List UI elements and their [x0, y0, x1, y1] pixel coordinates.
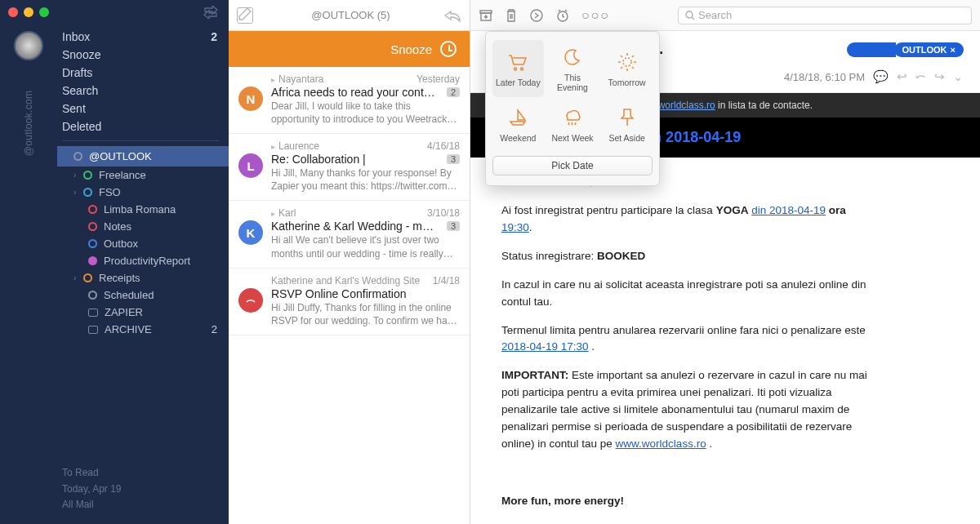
account-pill[interactable]: OUTLOOK×: [894, 42, 964, 57]
tag-dot-icon: [88, 256, 97, 265]
speech-icon[interactable]: 💬: [873, 69, 889, 84]
reply-icon[interactable]: ↩: [897, 69, 907, 84]
avatar[interactable]: [14, 31, 43, 60]
chevron-down-icon[interactable]: ⌄: [953, 69, 964, 84]
sender-avatar: K: [238, 220, 263, 245]
archive-icon[interactable]: [479, 8, 493, 23]
folder-search[interactable]: Search: [57, 82, 229, 100]
sidebar-separator: [62, 140, 219, 141]
sender-avatar: L: [238, 153, 263, 178]
close-icon[interactable]: ×: [951, 45, 956, 55]
sidebar-footer: To Read Today, Apr 19 All Mail: [0, 457, 229, 524]
mailbox-outlook[interactable]: @OUTLOOK: [57, 146, 229, 167]
folder-sent[interactable]: Sent: [57, 100, 229, 118]
thread-count-badge: 2: [447, 87, 460, 97]
time-link[interactable]: 19:30: [501, 221, 529, 233]
snooze-tomorrow[interactable]: Tomorrow: [601, 40, 653, 97]
site-link[interactable]: www.worldclass.ro: [616, 437, 706, 450]
message-row[interactable]: N ▸ Nayantara Yesterday Africa needs to …: [229, 67, 470, 134]
email-date: 4/18/18, 6:10 PM: [784, 71, 865, 83]
svg-line-14: [632, 56, 634, 57]
reply-icon[interactable]: [443, 9, 461, 22]
message-row[interactable]: K ▸ Karl 3/10/18 Katherine & Karl Weddin…: [229, 201, 470, 268]
folder-snooze[interactable]: Snooze: [57, 46, 229, 64]
deadline-link[interactable]: 2018-04-19 17:30: [501, 340, 589, 353]
footer-date: Today, Apr 19: [62, 482, 229, 497]
email-content: Buna JILL DUFFY, Ai fost inregistrat pen…: [470, 158, 895, 524]
search-icon: [685, 11, 695, 20]
snooze-icon[interactable]: [555, 8, 570, 23]
sync-icon[interactable]: [203, 6, 219, 19]
mailbox-productivityreport[interactable]: ProductivityReport: [57, 252, 229, 269]
chevron-right-icon: ›: [74, 273, 83, 282]
folder-inbox[interactable]: Inbox 2: [57, 28, 229, 46]
svg-point-5: [686, 11, 693, 18]
footer-allmail[interactable]: All Mail: [62, 497, 229, 513]
more-icon[interactable]: ○○○: [581, 8, 610, 23]
snooze-weekend[interactable]: Weekend: [492, 100, 544, 148]
tag-dot-icon: [83, 171, 92, 180]
snooze-later-today[interactable]: Later Today: [492, 40, 544, 97]
sidebar: @outlook.com Inbox 2 Snooze Drafts Searc…: [0, 0, 229, 524]
mailbox-limba[interactable]: Limba Romana: [57, 201, 229, 218]
account-email-vertical: @outlook.com: [23, 91, 34, 156]
svg-point-7: [623, 58, 631, 66]
message-row[interactable]: Katherine and Karl's Wedding Site 1/4/18…: [229, 269, 470, 335]
folder-drafts[interactable]: Drafts: [57, 64, 229, 82]
svg-line-12: [621, 56, 622, 57]
message-row[interactable]: L ▸ Laurence 4/16/18 Re: Collaboration |…: [229, 134, 470, 201]
snooze-label: Snooze: [390, 42, 432, 56]
zoom-window[interactable]: [39, 7, 49, 17]
footer-toread[interactable]: To Read: [62, 465, 229, 481]
mailbox-fso[interactable]: › FSO: [57, 184, 229, 201]
signoff-tagline: More fun, more energy!: [501, 495, 624, 507]
account-strip: @outlook.com: [0, 24, 57, 338]
pick-date-button[interactable]: Pick Date: [492, 156, 653, 175]
mailbox-freelance[interactable]: › Freelance: [57, 167, 229, 184]
sender-name: Nayantara: [278, 73, 412, 85]
tag-dot-icon: [88, 239, 97, 248]
reply-all-icon[interactable]: ⤺: [915, 69, 926, 84]
mailbox-receipts[interactable]: › Receipts: [57, 269, 229, 286]
snooze-set-aside[interactable]: Set Aside: [601, 100, 653, 148]
mailbox-scheduled[interactable]: Scheduled: [57, 286, 229, 304]
mailbox-label: @OUTLOOK: [89, 150, 152, 162]
trash-icon[interactable]: [505, 8, 518, 23]
compose-button[interactable]: [237, 7, 253, 24]
forward-icon[interactable]: ↪: [934, 69, 945, 84]
folder-deleted[interactable]: Deleted: [57, 118, 229, 135]
mailbox-zapier[interactable]: ZAPIER: [57, 304, 229, 321]
mailbox-notes[interactable]: Notes: [57, 218, 229, 235]
message-subject: Africa needs to read your cont…: [271, 86, 435, 99]
close-window[interactable]: [8, 7, 18, 17]
alarm-clock-icon: [440, 41, 457, 57]
message-list-title: @OUTLOOK (5): [258, 9, 443, 21]
moon-icon: [563, 47, 582, 68]
folder-label: Inbox: [62, 30, 211, 43]
mailbox-archive[interactable]: ARCHIVE 2: [57, 321, 229, 338]
move-icon[interactable]: [529, 8, 544, 23]
message-date: Yesterday: [416, 73, 460, 85]
chevron-right-icon: ›: [74, 171, 83, 180]
message-preview: Dear Jill, I would like to take this opp…: [271, 100, 460, 125]
thread-chevron-icon: ▸: [271, 75, 275, 84]
sailboat-icon: [507, 107, 528, 128]
tag-dot-icon: [74, 152, 82, 161]
date-link[interactable]: din 2018-04-19: [751, 204, 826, 216]
message-list-header: @OUTLOOK (5): [229, 0, 470, 31]
tag-dot-icon: [88, 205, 97, 214]
snooze-this-evening[interactable]: This Evening: [547, 40, 599, 97]
sender-avatar: N: [238, 87, 263, 111]
mailbox-outbox[interactable]: Outbox: [57, 235, 229, 252]
thread-chevron-icon: ▸: [271, 209, 275, 218]
snooze-banner: Snooze: [229, 31, 470, 67]
svg-point-3: [531, 10, 542, 21]
minimize-window[interactable]: [24, 7, 33, 17]
folder-count: 2: [211, 30, 217, 43]
chevron-right-icon: ›: [74, 188, 83, 197]
snooze-popover: Later Today This Evening Tomorrow Weeken…: [485, 31, 660, 186]
snooze-next-week[interactable]: Next Week: [547, 100, 599, 148]
tag-dot-icon: [88, 291, 97, 300]
search-input[interactable]: Search: [678, 7, 972, 24]
svg-line-13: [632, 67, 634, 69]
